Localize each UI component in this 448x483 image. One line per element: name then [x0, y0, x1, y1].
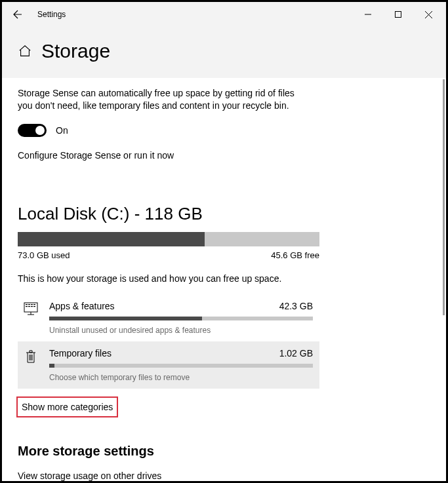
- disk-labels: 73.0 GB used 45.6 GB free: [18, 250, 319, 260]
- svg-rect-5: [33, 304, 35, 305]
- category-subtext: Uninstall unused or undesired apps & fea…: [49, 326, 313, 335]
- category-subtext: Choose which temporary files to remove: [49, 373, 313, 382]
- category-bar-fill: [49, 364, 54, 368]
- svg-rect-9: [33, 306, 35, 307]
- content-area: Storage Sense can automatically free up …: [2, 78, 446, 481]
- toggle-thumb: [35, 126, 45, 135]
- svg-rect-8: [31, 306, 33, 307]
- view-other-drives-link[interactable]: View storage usage on other drives: [18, 471, 430, 481]
- vertical-scrollbar[interactable]: [443, 79, 445, 315]
- home-icon[interactable]: [18, 44, 32, 58]
- svg-rect-4: [31, 304, 33, 305]
- apps-icon: [22, 301, 40, 335]
- disk-used-label: 73.0 GB used: [18, 250, 70, 260]
- more-storage-heading: More storage settings: [18, 444, 430, 459]
- app-title: Settings: [37, 10, 353, 19]
- trash-icon: [22, 348, 40, 382]
- arrow-left-icon: [12, 9, 23, 20]
- category-temporary-files[interactable]: Temporary files 1.02 GB Choose which tem…: [18, 341, 319, 389]
- toggle-state-label: On: [56, 125, 68, 136]
- storage-description: This is how your storage is used and how…: [18, 273, 430, 284]
- category-bar: [49, 317, 313, 320]
- svg-rect-6: [26, 306, 28, 307]
- storage-sense-toggle-row: On: [18, 124, 430, 137]
- storage-sense-toggle[interactable]: [18, 124, 47, 137]
- close-button[interactable]: [413, 4, 443, 25]
- category-size: 1.02 GB: [279, 348, 313, 358]
- storage-sense-description: Storage Sense can automatically free up …: [18, 87, 300, 112]
- category-name: Apps & features: [49, 301, 115, 311]
- disk-usage-bar: [18, 232, 319, 246]
- maximize-button[interactable]: [383, 4, 413, 25]
- window-controls: [353, 4, 443, 25]
- page-header: Storage: [2, 27, 446, 78]
- category-apps-features[interactable]: Apps & features 42.3 GB Uninstall unused…: [18, 294, 319, 341]
- disk-usage-fill: [18, 232, 205, 246]
- category-bar: [49, 364, 313, 368]
- show-more-categories-link[interactable]: Show more categories: [18, 398, 117, 416]
- category-size: 42.3 GB: [279, 301, 313, 311]
- disk-free-label: 45.6 GB free: [271, 250, 319, 260]
- page-title: Storage: [41, 40, 110, 62]
- svg-rect-2: [26, 304, 28, 305]
- titlebar: Settings: [2, 2, 446, 27]
- minimize-button[interactable]: [353, 4, 383, 25]
- svg-rect-3: [28, 304, 30, 305]
- svg-rect-0: [396, 12, 401, 18]
- disk-title: Local Disk (C:) - 118 GB: [18, 204, 430, 224]
- minimize-icon: [365, 11, 371, 18]
- maximize-icon: [395, 11, 401, 18]
- svg-rect-7: [28, 306, 30, 307]
- category-bar-fill: [49, 317, 202, 320]
- back-button[interactable]: [5, 2, 31, 27]
- close-icon: [425, 11, 432, 18]
- category-name: Temporary files: [49, 348, 112, 358]
- configure-storage-sense-link[interactable]: Configure Storage Sense or run it now: [18, 150, 430, 161]
